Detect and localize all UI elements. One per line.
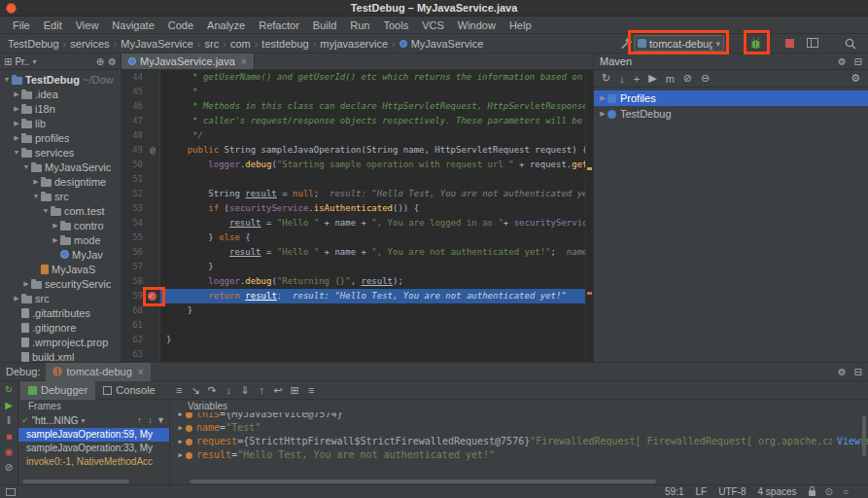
project-tree-item[interactable]: MyJav	[0, 247, 121, 262]
view-breakpoints-icon[interactable]: ◉	[2, 445, 16, 458]
previous-frame-icon[interactable]: ↑	[134, 415, 145, 425]
project-tree-item[interactable]: .gitignore	[0, 320, 121, 335]
notifications-icon[interactable]: ○	[843, 486, 849, 497]
chevron-down-icon[interactable]: ▼	[21, 163, 31, 170]
show-execution-point-icon[interactable]: ↘	[188, 384, 204, 397]
project-tree-item[interactable]: build.xml	[0, 349, 121, 362]
menu-item-view[interactable]: View	[69, 19, 106, 31]
breadcrumb-item[interactable]: MyJavaService	[121, 38, 193, 50]
menu-item-tools[interactable]: Tools	[376, 19, 415, 31]
frame-item[interactable]: invoke0:-1, NativeMethodAcc	[18, 455, 169, 469]
close-icon[interactable]: ×	[138, 367, 144, 377]
code-line[interactable]: 45 *	[122, 85, 593, 99]
code-line[interactable]: 56 result = "Hello " + name + ", You are…	[122, 245, 593, 260]
project-views-dropdown[interactable]: Pr..	[15, 56, 29, 67]
skip-tests-icon[interactable]: ⊖	[701, 72, 710, 85]
code-line[interactable]: 57 }	[122, 260, 593, 274]
variable-row[interactable]: ▶request = {StrictHttpFirewall$StrictFir…	[170, 435, 868, 448]
view-link[interactable]: View	[832, 435, 860, 448]
chevron-right-icon[interactable]: ▶	[176, 412, 185, 421]
project-tree-item[interactable]: ▼TestDebug ~/Dow	[0, 72, 121, 87]
tab-debugger[interactable]: Debugger	[20, 381, 95, 400]
chevron-right-icon[interactable]: ▶	[12, 120, 21, 127]
variable-row[interactable]: ▶result = "Hello Test, You are not authe…	[170, 448, 868, 462]
thread-selector[interactable]: ✓ "htt...NING ▾ ↑↓▼	[18, 412, 169, 428]
breadcrumb-item[interactable]: myjavaservice	[320, 38, 388, 50]
restore-layout-icon[interactable]	[807, 38, 818, 48]
frame-item[interactable]: sampleJavaOperation:33, My	[18, 442, 169, 455]
breadcrumb-item[interactable]: testdebug	[261, 38, 308, 50]
project-tree-item[interactable]: ▼src	[0, 189, 121, 203]
chevron-right-icon[interactable]: ▶	[21, 280, 31, 288]
code-line[interactable]: 53 if (securityService.isAuthenticated()…	[122, 201, 593, 216]
search-everywhere-icon[interactable]	[844, 37, 857, 51]
code-line[interactable]: 58 logger.debug("Returning {}", result);	[122, 274, 593, 289]
menu-item-analyze[interactable]: Analyze	[200, 19, 252, 31]
menu-item-navigate[interactable]: Navigate	[105, 19, 160, 31]
drop-frame-icon[interactable]: ↩	[270, 384, 287, 397]
indicator-icon[interactable]: ⊙	[825, 486, 833, 497]
breadcrumb-item[interactable]: MyJavaService	[411, 38, 484, 50]
step-over-icon[interactable]: ↷	[204, 384, 221, 397]
code-line[interactable]: 59✓ return result; result: "Hello Test, …	[122, 289, 593, 303]
run-config-selector[interactable]: tomcat-debug ▾	[634, 35, 724, 52]
more-icon[interactable]: ≡	[303, 384, 320, 396]
project-tree-item[interactable]: ▶lib	[0, 116, 121, 130]
chevron-right-icon[interactable]: ▶	[598, 94, 608, 102]
menu-item-run[interactable]: Run	[343, 19, 376, 31]
menu-item-code[interactable]: Code	[161, 19, 200, 31]
breadcrumb-item[interactable]: com	[230, 38, 251, 50]
breakpoint-icon[interactable]: ✓	[146, 289, 159, 303]
debug-session-tab[interactable]: tomcat-debug ×	[46, 363, 150, 381]
project-tree-item[interactable]: ▶.idea	[0, 87, 121, 101]
toolwindow-switcher-icon[interactable]	[6, 488, 16, 496]
chevron-right-icon[interactable]: ▶	[176, 435, 185, 448]
menu-item-window[interactable]: Window	[451, 19, 503, 31]
code-line[interactable]: 61	[122, 318, 593, 333]
breadcrumb-item[interactable]: src	[205, 38, 220, 50]
code-line[interactable]: 48 */	[122, 128, 593, 143]
maven-tree-item[interactable]: ▶Profiles	[594, 90, 868, 106]
menu-item-file[interactable]: File	[6, 19, 37, 31]
editor-scrollbar[interactable]	[585, 70, 593, 362]
pause-icon[interactable]: ‖	[2, 414, 16, 427]
project-tree-item[interactable]: MyJavaS	[0, 262, 121, 276]
code-line[interactable]: 52 String result = null; result: "Hello …	[122, 187, 593, 201]
variable-row[interactable]: ▶this = {MyJavaService@7574}	[170, 412, 868, 421]
chevron-right-icon[interactable]: ▶	[51, 236, 60, 244]
project-tree-item[interactable]: ▶profiles	[0, 130, 121, 145]
chevron-right-icon[interactable]: ▶	[598, 110, 608, 118]
project-tree-item[interactable]: ▼MyJavaServic	[0, 160, 121, 174]
project-tree-item[interactable]: .gitattributes	[0, 305, 121, 320]
project-tree-item[interactable]: ▼services	[0, 145, 121, 160]
project-tree-item[interactable]: ▶contro	[0, 218, 121, 232]
hide-panel-icon[interactable]: ⊟	[854, 56, 862, 67]
code-area[interactable]: 44 * getUserName() and getUserId() etc w…	[122, 70, 593, 362]
menu-item-edit[interactable]: Edit	[37, 19, 69, 31]
mute-breakpoints-icon[interactable]: ⊘	[2, 461, 16, 474]
variables-vertical-scrollbar[interactable]	[862, 415, 866, 456]
project-tree-item[interactable]: .wmproject.prop	[0, 335, 121, 349]
hide-panel-icon[interactable]: ⊟	[854, 367, 862, 377]
project-tree-item[interactable]: ▶securityServic	[0, 276, 121, 291]
code-line[interactable]: 62}	[122, 333, 593, 347]
code-line[interactable]: 55 } else {	[122, 231, 593, 245]
resume-icon[interactable]: ▶	[2, 399, 16, 411]
maven-m-icon[interactable]: m	[666, 73, 675, 85]
chevron-right-icon[interactable]: ▶	[12, 295, 21, 302]
view-options-icon[interactable]: ⊞	[287, 384, 303, 397]
gear-icon[interactable]: ⚙	[108, 56, 117, 67]
frames-horizontal-scrollbar[interactable]	[22, 480, 129, 483]
code-line[interactable]: 49@ public String sampleJavaOperation(St…	[122, 143, 593, 158]
menu-item-help[interactable]: Help	[503, 19, 538, 31]
chevron-down-icon[interactable]: ▼	[2, 76, 12, 83]
reimport-maven-icon[interactable]: ↻	[602, 72, 610, 85]
debug-button[interactable]	[748, 36, 763, 51]
breadcrumb-item[interactable]: services	[70, 38, 109, 50]
step-out-icon[interactable]: ↑	[254, 384, 270, 396]
maven-tree-item[interactable]: ▶TestDebug	[594, 106, 868, 122]
project-tree-item[interactable]: ▼com.test	[0, 203, 121, 218]
hide-frames-filter-icon[interactable]: ▼	[156, 415, 166, 425]
variable-row[interactable]: ▶name = "Test"	[170, 421, 868, 435]
code-line[interactable]: 46 * Methods in this class can declare H…	[122, 99, 593, 114]
